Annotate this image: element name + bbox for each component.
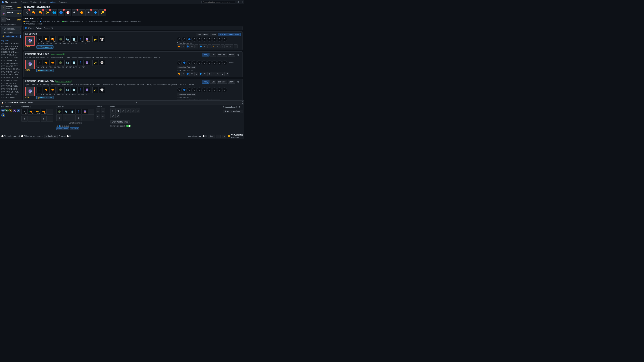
sidebar-item-pve-threaded[interactable]: PVE: THREADED ASCENSION <box>0 59 22 62</box>
armor-helmet[interactable]: 🪖 <box>56 109 62 115</box>
punch-editcopy-btn[interactable]: Edit Copy <box>217 53 227 56</box>
sidebar-item-pvp-vermin[interactable]: PVP: VERMIN'S SHROUD <box>0 79 22 82</box>
sidebar-item-pvp-iron-banner[interactable]: PVP: IRON BANNER <box>0 53 22 56</box>
punch-mod-0[interactable]: ⬡ <box>177 60 182 65</box>
punch-apply-btn[interactable]: Apply <box>202 53 210 56</box>
nighthawk-mod-7[interactable]: ⬡ <box>212 87 217 92</box>
sidebar-item-nightstalker[interactable]: NIGHTSTALKER GYRFALCON BUILD <box>0 99 22 100</box>
optimize-armor-equipped[interactable]: ⚡ Optimize Armor <box>36 45 54 49</box>
mod-slot-2[interactable]: 🔵 <box>187 37 192 41</box>
nighthawk-kinetic[interactable]: ⚔ <box>36 87 42 93</box>
artifact-icon-2[interactable]: 🔵 <box>186 44 190 48</box>
punch-mod-5[interactable]: ⬡ <box>202 60 207 65</box>
armor-info-btn[interactable]: ⋮ <box>64 106 66 108</box>
punch-mod-2[interactable]: ⬡ <box>187 60 192 65</box>
sort-bar[interactable]: ↕ Sort by last edited <box>0 23 22 27</box>
sidebar-item-beyblade[interactable]: BEYBLADE STRAND GUY <box>0 56 22 59</box>
punch-chest[interactable]: 👕 <box>71 60 77 66</box>
mod-slot-6[interactable]: ⬡ <box>207 37 212 41</box>
item-energy[interactable]: 🔫1000 <box>43 36 49 42</box>
nighthawk-mod-4[interactable]: ⬡ <box>197 87 202 92</box>
sidebar-item-pvp-mark[interactable]: PVP: MARK OF RADIANCE <box>0 76 22 79</box>
artifact-icon-1[interactable]: ⚙ <box>181 44 185 48</box>
nighthawk-apply-btn[interactable]: Apply <box>202 80 210 84</box>
p-artifact-1[interactable]: ⚙ <box>181 72 185 76</box>
p-artifact-7[interactable]: △ <box>208 72 212 76</box>
punch-mod-6[interactable]: ⬡ <box>207 60 212 65</box>
mod-slot-5[interactable]: ⬡ <box>202 37 207 41</box>
nav-organizer[interactable]: Organizer <box>59 1 67 3</box>
artifact-icon-0[interactable]: 🔫 <box>177 44 181 48</box>
artifact-icon-9[interactable]: ⬡ <box>216 44 220 48</box>
item-subclass[interactable]: ✨ <box>92 36 98 42</box>
nighthawk-delete-btn[interactable]: 🗑 <box>236 80 241 84</box>
sidebar-item-pve-disciple[interactable]: PVE: DISCIPLE OF THE VOID <box>0 65 22 68</box>
punch-helmet[interactable]: 🪖 <box>58 60 64 66</box>
gem-purple-0[interactable]: ◆ <box>13 109 16 112</box>
weapon-empty0[interactable]: + <box>22 116 28 122</box>
search-input[interactable] <box>202 1 235 4</box>
nighthawk-editcopy-btn[interactable]: Edit Copy <box>217 80 227 84</box>
mod-slot-0[interactable]: ⬡ <box>177 37 182 41</box>
sidebar-item-pve-vanishing[interactable]: PVE: VANISHING CURRENT <box>0 62 22 65</box>
nighthawk-mod-8[interactable]: ⬡ <box>217 87 222 92</box>
weapon-slot4[interactable]: + <box>47 109 53 115</box>
artifact-icon-6[interactable]: ⬡ <box>203 44 207 48</box>
nighthawk-mod-2[interactable]: ⬡ <box>187 87 192 92</box>
armor-empty-1[interactable]: + <box>63 115 69 121</box>
mod-slot-8[interactable]: ⬡ <box>217 37 222 41</box>
item-chest[interactable]: 👕1001 <box>71 36 77 42</box>
punch-legs[interactable]: 👖 <box>78 60 84 66</box>
gem-green-0[interactable]: ◆ <box>5 109 8 112</box>
nighthawk-edit-btn[interactable]: Edit <box>210 80 216 84</box>
nh-artifact-1[interactable]: ⚙ <box>181 99 185 100</box>
ingame-slot-2[interactable]: 🔫1 <box>37 9 44 16</box>
punch-kinetic[interactable]: ⚔ <box>36 60 42 66</box>
ingame-slot-0[interactable]: ⚔1 <box>24 9 30 16</box>
fill-equipped-radio[interactable] <box>1 135 4 137</box>
any-class-toggle[interactable] <box>66 135 71 137</box>
ingame-slot-3[interactable]: ✨1 <box>44 9 50 16</box>
p-artifact-0[interactable]: 🔫 <box>177 72 181 76</box>
armor-empty-0[interactable]: + <box>56 115 62 121</box>
optimize-armor-nighthawk[interactable]: ⚡ Optimize Armor <box>36 96 54 99</box>
armor-empty[interactable]: + <box>88 109 94 115</box>
punch-ghost[interactable]: 👻 <box>99 60 105 66</box>
sidebar-item-pve-ward2[interactable]: PVE: WARD OF DUSK <box>0 93 22 96</box>
mod-slot-4[interactable]: ⬡ <box>197 37 202 41</box>
punch-delete-btn[interactable]: 🗑 <box>236 53 241 56</box>
nighthawk-subclass[interactable]: ✨ <box>92 87 98 93</box>
sidebar-item-pve-gunslinger[interactable]: PVE: GUNSLINGER'S GAMBLE <box>0 68 22 70</box>
sidebar-item-pvp-volatile[interactable]: PVP: VOLATILE EXECUTIONER <box>0 73 22 76</box>
mod-icon-7[interactable]: ⬡ <box>116 113 120 118</box>
nighthawk-arms[interactable]: 🧤 <box>64 87 70 93</box>
nighthawk-class[interactable]: 🔮 <box>84 87 90 93</box>
fill-non-equipped-check[interactable]: Fill in using non-equipped <box>21 135 43 137</box>
armor-settings-btn[interactable]: ⚙ <box>62 106 64 108</box>
sidebar-item-stasis-duskfield[interactable]: STASIS DUSKFIELD GUY <box>0 48 22 51</box>
redo-btn[interactable]: ↪ <box>222 135 226 138</box>
artifact-settings-btn[interactable]: ⚙ <box>239 106 240 108</box>
nh-artifact-3[interactable]: ⬡ <box>190 99 194 100</box>
sidebar-item-pvp-arcing[interactable]: PVP: ARCING WIND <box>0 82 22 85</box>
nighthawk-chest[interactable]: 👕 <box>71 87 77 93</box>
nav-records[interactable]: Records <box>40 1 46 3</box>
ingame-slot-4[interactable]: 🌐 <box>51 9 57 16</box>
armor-arms[interactable]: 🧤 <box>63 109 69 115</box>
weapons-info-btn[interactable]: ⋮ <box>32 106 34 108</box>
nh-artifact-7[interactable]: ✦ <box>208 99 212 100</box>
weapon-kinetic[interactable]: ⚔1900 <box>22 109 28 115</box>
punch-mod-8[interactable]: ⬡ <box>217 60 222 65</box>
ingame-slot-10[interactable]: 🔷 <box>92 9 98 16</box>
mod-icon-6[interactable]: ⬡ <box>110 113 115 118</box>
ingame-slot-11[interactable]: 🔑1 <box>99 9 106 16</box>
item-kinetic[interactable]: ⚔1000 <box>36 36 42 42</box>
gem-blue-1[interactable]: ◆ <box>17 109 20 112</box>
item-ghost[interactable]: 👻 <box>99 36 105 42</box>
sidebar-item-pve-threaded2[interactable]: PVE: THREADED ASCENSION <box>0 88 22 90</box>
armor-legs[interactable]: 👖 <box>76 109 82 115</box>
ingame-slot-8[interactable]: 🔶 <box>78 9 85 16</box>
armor-empty-3[interactable]: + <box>76 115 82 121</box>
nighthawk-show-mods-btn[interactable]: Show Mod Placement <box>177 93 196 96</box>
ingame-slot-6[interactable]: 🎯 <box>65 9 71 16</box>
